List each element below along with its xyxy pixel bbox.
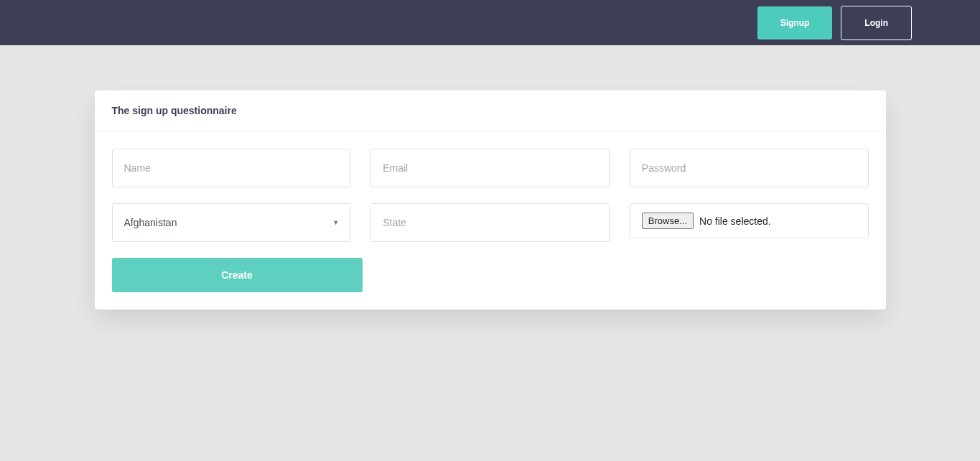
signup-button[interactable]: Signup: [757, 6, 833, 39]
form-row-1: [112, 149, 869, 187]
card-body: Afghanistan ▼ Browse... No file selected…: [95, 131, 886, 309]
file-input-wrapper: Browse... No file selected.: [630, 203, 869, 238]
name-field[interactable]: [112, 149, 351, 187]
email-field[interactable]: [370, 149, 610, 187]
file-group: Browse... No file selected.: [630, 203, 869, 242]
form-row-2: Afghanistan ▼ Browse... No file selected…: [112, 203, 869, 242]
main-container: The sign up questionnaire Afghanist: [80, 90, 900, 309]
signup-card: The sign up questionnaire Afghanist: [95, 90, 886, 309]
card-header: The sign up questionnaire: [95, 90, 886, 131]
header: Signup Login: [0, 0, 980, 45]
file-status-text: No file selected.: [699, 215, 771, 227]
email-group: [370, 149, 610, 187]
state-group: [370, 203, 610, 242]
create-button[interactable]: Create: [112, 258, 363, 292]
login-button[interactable]: Login: [841, 6, 912, 40]
name-group: [112, 149, 351, 187]
country-group: Afghanistan ▼: [112, 203, 351, 242]
state-field[interactable]: [370, 203, 610, 242]
password-group: [630, 149, 869, 187]
card-title: The sign up questionnaire: [112, 105, 869, 116]
password-field[interactable]: [630, 149, 869, 187]
country-select[interactable]: Afghanistan: [112, 203, 351, 242]
file-browse-button[interactable]: Browse...: [642, 213, 694, 229]
country-select-wrapper: Afghanistan ▼: [112, 203, 351, 242]
